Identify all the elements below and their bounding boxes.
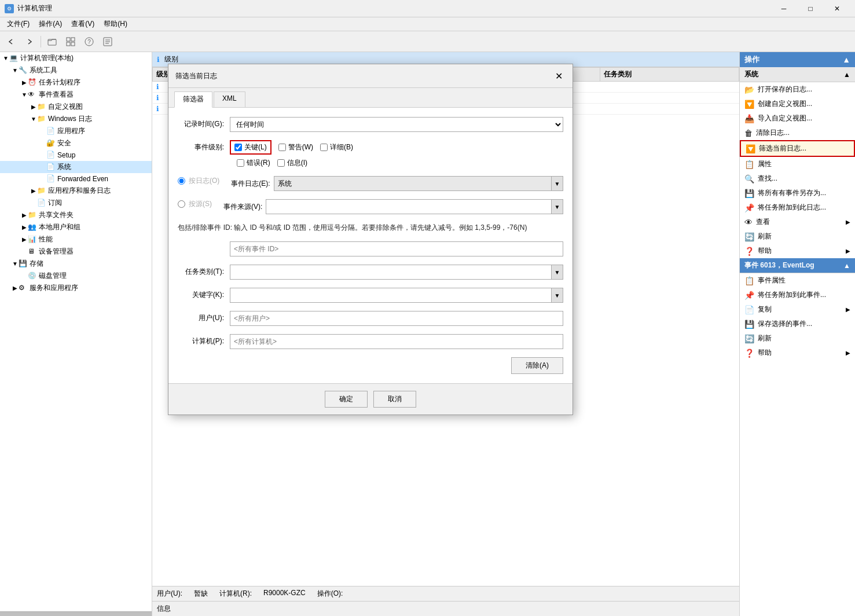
action-refresh-2[interactable]: 🔄 刷新 [740,331,855,346]
cancel-button[interactable]: 取消 [373,391,416,408]
tree-item-event-viewer[interactable]: ▼ 👁 事件查看器 [0,89,152,101]
close-button[interactable]: ✕ [824,0,850,17]
clear-button[interactable]: 清除(A) [511,357,563,374]
action-help[interactable]: ❓ 帮助 ▶ [740,244,855,258]
tree-item-task-scheduler[interactable]: ▶ ⏰ 任务计划程序 [0,76,152,89]
folder-button[interactable] [43,34,61,50]
tree-item-device-manager[interactable]: ▶ 🖥 设备管理器 [0,245,152,258]
expand-icon[interactable]: ▶ [12,285,19,291]
menu-file[interactable]: 文件(F) [2,18,34,30]
tree-item-system[interactable]: ▶ 📄 系统 [0,161,152,173]
event-source-input[interactable] [266,200,551,214]
menu-help[interactable]: 帮助(H) [99,18,132,30]
section-collapse-icon[interactable]: ▲ [843,71,850,79]
tree-item-custom-views[interactable]: ▶ 📁 自定义视图 [0,101,152,113]
tree-item-app-services[interactable]: ▶ 📁 应用程序和服务日志 [0,185,152,197]
action-create-view[interactable]: 🔽 创建自定义视图... [740,97,855,111]
expand-icon[interactable]: ▶ [21,79,28,86]
event-log-input[interactable] [274,177,551,190]
expand-icon[interactable]: ▶ [30,188,37,194]
by-source-radio[interactable] [178,200,185,208]
warning-checkbox[interactable] [278,144,286,151]
tree-label: 自定义视图 [48,102,83,112]
event-log-dropdown-arrow[interactable]: ▼ [551,177,563,190]
by-log-radio[interactable] [178,177,185,185]
minimize-button[interactable]: ─ [770,0,797,17]
tree-item-forwarded[interactable]: ▶ 📄 Forwarded Even [0,173,152,185]
task-category-input[interactable] [230,265,551,279]
user-label: 用户(U): [178,311,230,323]
record-time-select[interactable]: 任何时间 [230,117,563,132]
critical-checkbox[interactable] [234,144,242,151]
keywords-dropdown-arrow[interactable]: ▼ [551,288,563,302]
clear-icon: 🗑 [744,129,753,138]
expand-icon[interactable]: ▼ [2,55,9,61]
action-filter-log[interactable]: 🔽 筛选当前日志... [740,140,855,157]
tree-item-storage[interactable]: ▼ 💾 存储 [0,258,152,270]
expand-icon[interactable]: ▶ [21,224,28,230]
help-button[interactable]: ? [80,34,98,50]
action-label: 属性 [758,159,772,169]
properties-button[interactable] [99,34,116,50]
tree-item-root[interactable]: ▼ 💻 计算机管理(本地) [0,52,152,64]
expand-icon[interactable]: ▼ [21,91,28,98]
tree-item-subscriptions[interactable]: ▶ 📄 订阅 [0,197,152,209]
filter-dialog: 筛选当前日志 ✕ 筛选器 XML 记录时间(G): 任何时间 事件级别: [168,64,573,415]
action-open-log[interactable]: 📂 打开保存的日志... [740,82,855,97]
action-save-all[interactable]: 💾 将所有有事件另存为... [740,186,855,200]
menu-action[interactable]: 操作(A) [34,18,67,30]
tree-item-performance[interactable]: ▶ 📊 性能 [0,233,152,245]
back-button[interactable] [2,34,20,50]
expand-icon[interactable]: ▶ [21,212,28,218]
action-refresh[interactable]: 🔄 刷新 [740,229,855,244]
user-input[interactable] [230,311,563,326]
task-category-dropdown-arrow[interactable]: ▼ [551,265,563,279]
tree-label: 存储 [30,259,43,269]
grid-button[interactable] [62,34,79,50]
tree-item-setup[interactable]: ▶ 📄 Setup [0,149,152,161]
expand-icon[interactable]: ▶ [30,104,37,110]
action-event-props[interactable]: 📋 事件属性 [740,273,855,288]
error-checkbox[interactable] [237,159,244,167]
actions-collapse-icon[interactable]: ▲ [842,55,850,64]
section-collapse-icon[interactable]: ▲ [843,262,850,270]
action-view[interactable]: 👁 查看 ▶ [740,215,855,229]
action-attach-task[interactable]: 📌 将任务附加到此日志... [740,200,855,215]
expand-icon[interactable]: ▼ [12,67,19,74]
keywords-input[interactable] [230,288,551,302]
expand-icon[interactable]: ▶ [21,236,28,243]
expand-icon[interactable]: ▼ [30,116,37,122]
maximize-button[interactable]: □ [797,0,824,17]
bottom-info-strip: 用户(U): 暂缺 计算机(R): R9000K-GZC 操作(O): [152,586,739,601]
tree-item-shared-folders[interactable]: ▶ 📁 共享文件夹 [0,209,152,221]
tab-filter[interactable]: 筛选器 [174,91,212,108]
action-attach-event-task[interactable]: 📌 将任务附加到此事件... [740,288,855,302]
action-save-selected[interactable]: 💾 保存选择的事件... [740,317,855,331]
action-copy[interactable]: 📄 复制 ▶ [740,302,855,317]
info-checkbox[interactable] [277,159,285,167]
action-import-view[interactable]: 📥 导入自定义视图... [740,111,855,126]
action-find[interactable]: 🔍 查找... [740,171,855,186]
tree-item-local-users[interactable]: ▶ 👥 本地用户和组 [0,221,152,233]
event-source-dropdown-arrow[interactable]: ▼ [551,200,563,214]
tree-item-windows-logs[interactable]: ▼ 📁 Windows 日志 [0,113,152,125]
verbose-checkbox[interactable] [320,144,328,151]
expand-icon[interactable]: ▼ [12,261,19,267]
dialog-close-button[interactable]: ✕ [552,69,566,83]
tree-item-disk-mgmt[interactable]: ▶ 💿 磁盘管理 [0,270,152,282]
tree-item-security[interactable]: ▶ 🔐 安全 [0,137,152,149]
resize-handle[interactable] [0,611,152,616]
menu-view[interactable]: 查看(V) [67,18,99,30]
event-id-label [178,241,230,244]
forward-button[interactable] [21,34,38,50]
action-clear-log[interactable]: 🗑 清除日志... [740,126,855,140]
tab-xml[interactable]: XML [214,91,245,107]
ok-button[interactable]: 确定 [325,391,368,408]
tree-item-application[interactable]: ▶ 📄 应用程序 [0,125,152,137]
event-id-input[interactable] [230,241,563,256]
action-properties[interactable]: 📋 属性 [740,157,855,171]
action-help-2[interactable]: ❓ 帮助 ▶ [740,346,855,360]
tree-item-services-apps[interactable]: ▶ ⚙ 服务和应用程序 [0,282,152,294]
tree-item-system-tools[interactable]: ▼ 🔧 系统工具 [0,64,152,76]
computer-input[interactable] [230,334,563,349]
